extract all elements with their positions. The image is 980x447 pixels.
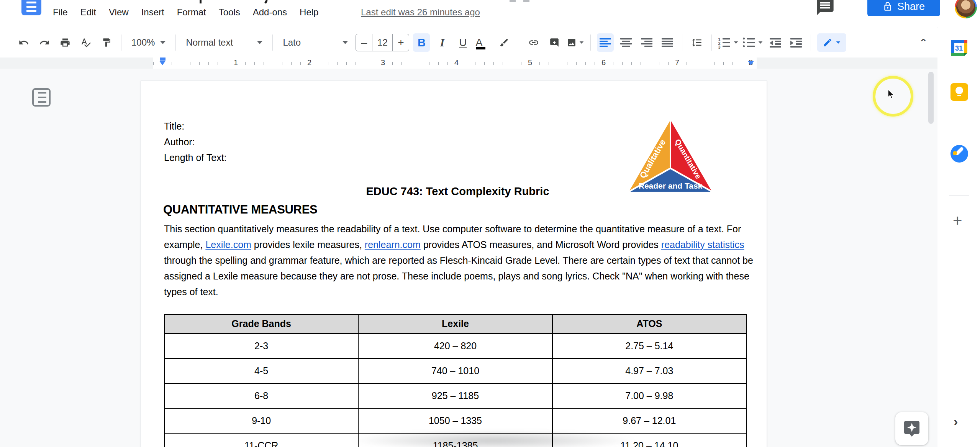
left-indent-marker[interactable] [159,61,166,65]
decrease-indent-icon[interactable] [767,33,784,52]
table-cell[interactable]: 2-3 [164,334,358,359]
align-center-icon[interactable] [618,33,634,52]
align-left-icon[interactable] [597,33,614,52]
table-row: 9-101050 – 13359.67 – 12.01 [164,408,746,433]
share-lock-icon [883,2,893,12]
text-complexity-triangle-image[interactable]: Qualitative Quantitative Reader and Task [626,117,715,196]
undo-icon[interactable] [15,33,32,52]
table-cell[interactable]: 9.67 – 12.01 [552,408,746,433]
chevron-down-icon [734,41,738,44]
table-row: 4-5740 – 10104.97 – 7.03 [164,358,746,383]
document-heading: EDUC 743: Text Complexity Rubric [164,185,751,198]
table-header-cell[interactable]: Grade Bands [164,314,358,334]
explore-button[interactable] [895,412,928,445]
table-cell[interactable]: 1185-1385 [358,433,552,447]
document-page[interactable]: Title: Author: Length of Text: Qualitati… [141,81,767,447]
hyperlink[interactable]: readability statistics [661,239,744,250]
measures-table: Grade BandsLexileATOS 2-3420 – 8202.75 –… [164,314,747,447]
account-avatar[interactable] [955,0,977,18]
text-color-button[interactable]: A [475,33,492,52]
chevron-down-icon [343,41,348,44]
chevron-down-icon [160,41,166,44]
zoom-select[interactable]: 100% [128,33,169,52]
increase-font-size-button[interactable]: + [393,36,409,49]
chevron-down-icon [759,41,763,44]
menu-bar: FileEditViewInsertFormatToolsAdd-onsHelp [53,7,318,18]
increase-indent-icon[interactable] [788,33,805,52]
document-outline-icon[interactable] [32,88,51,107]
insert-image-icon[interactable] [567,33,584,52]
menu-item-view[interactable]: View [109,7,129,18]
table-cell[interactable]: 11-CCR [164,433,358,447]
table-cell[interactable]: 420 – 820 [358,334,552,359]
redo-icon[interactable] [36,33,53,52]
menu-item-insert[interactable]: Insert [141,7,164,18]
bulleted-list-icon[interactable] [742,33,763,52]
insert-link-icon[interactable] [525,33,542,52]
menu-item-addons[interactable]: Add-ons [253,7,287,18]
document-title-cutoff [200,0,202,3]
vertical-scrollbar[interactable] [928,72,934,124]
section-title: QUANTITATIVE MEASURES [163,203,317,217]
table-cell[interactable]: 4.97 – 7.03 [552,358,746,383]
decrease-font-size-button[interactable]: – [356,36,372,49]
table-cell[interactable]: 1050 – 1335 [358,408,552,433]
paint-format-icon[interactable] [98,33,115,52]
last-edit-status[interactable]: Last edit was 26 minutes ago [361,7,480,18]
get-add-ons-button[interactable]: + [953,212,962,230]
menu-item-help[interactable]: Help [300,7,318,18]
first-line-indent-marker[interactable] [160,58,166,61]
document-canvas[interactable]: Title: Author: Length of Text: Qualitati… [0,69,937,447]
justify-icon[interactable] [659,33,676,52]
table-cell[interactable]: 925 – 1185 [358,383,552,408]
ruler-number: 1 [232,58,240,67]
highlight-color-button[interactable] [496,33,513,52]
docs-home-icon[interactable] [21,0,41,15]
ruler-number: 3 [379,58,387,67]
table-header-cell[interactable]: Lexile [358,314,552,334]
line-spacing-icon[interactable] [688,33,705,52]
comment-history-icon[interactable] [815,0,835,18]
menu-item-format[interactable]: Format [177,7,206,18]
table-cell[interactable]: 740 – 1010 [358,358,552,383]
add-comment-icon[interactable] [546,33,563,52]
chevron-down-icon [257,41,262,44]
styles-select[interactable]: Normal text [182,33,266,52]
right-indent-marker[interactable] [748,61,754,65]
table-row: 6-8925 – 11857.00 – 9.98 [164,383,746,408]
table-header-cell[interactable]: ATOS [552,314,746,334]
explore-star-icon [902,419,922,439]
spell-check-icon[interactable] [77,33,94,52]
numbered-list-icon[interactable]: 123 [718,33,739,52]
table-cell[interactable]: 9-10 [164,408,358,433]
table-cell[interactable]: 11.20 – 14.10 [552,433,746,447]
editing-mode-pen-icon[interactable] [817,33,846,52]
table-cell[interactable]: 7.00 – 9.98 [552,383,746,408]
google-calendar-icon[interactable]: 31 [951,39,968,57]
underline-button[interactable]: U [454,33,471,52]
menu-item-edit[interactable]: Edit [80,7,96,18]
font-size-input[interactable]: 12 [372,34,393,51]
hyperlink[interactable]: Lexile.com [205,239,251,250]
menu-item-tools[interactable]: Tools [219,7,240,18]
align-right-icon[interactable] [638,33,655,52]
field-length: Length of Text: [164,150,227,166]
italic-button[interactable]: I [434,33,451,52]
hyperlink[interactable]: renlearn.com [365,239,421,250]
chevron-down-icon [836,41,841,44]
menu-item-file[interactable]: File [53,7,68,18]
share-button[interactable]: Share [867,0,940,16]
print-icon[interactable] [57,33,74,52]
table-cell[interactable]: 4-5 [164,358,358,383]
horizontal-ruler[interactable]: 12345678 [0,58,937,69]
font-select[interactable]: Lato [279,33,352,52]
google-keep-icon[interactable] [951,83,968,101]
collapse-toolbar-icon[interactable]: ⌃ [919,37,928,49]
bold-button[interactable]: B [413,33,430,52]
hide-side-panel-icon[interactable]: › [954,414,958,429]
google-tasks-icon[interactable] [951,145,968,163]
svg-text:31: 31 [955,44,963,52]
table-cell[interactable]: 2.75 – 5.14 [552,334,746,359]
table-cell[interactable]: 6-8 [164,383,358,408]
paragraph-text: provides lexile measures, [251,239,365,250]
